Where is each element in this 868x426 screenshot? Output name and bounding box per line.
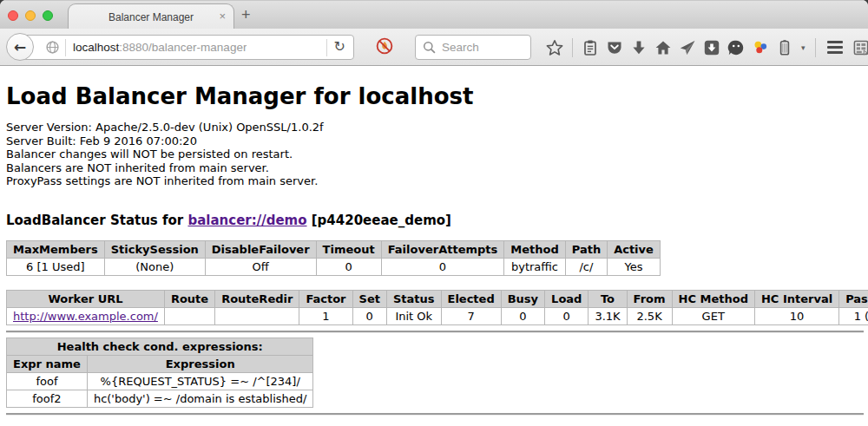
col-load: Load	[545, 290, 589, 307]
browser-window: Balancer Manager × + ← localhost:8880/ba…	[0, 0, 868, 426]
balancer-status-heading: LoadBalancer Status for balancer://demo …	[6, 213, 868, 228]
cell-expression-foof: %{REQUEST_STATUS} =~ /^[234]/	[87, 372, 313, 390]
server-version-line: Server Version: Apache/2.5.0-dev (Unix) …	[6, 121, 868, 134]
flashblock-icon[interactable]	[376, 37, 393, 55]
download-icon[interactable]	[630, 39, 648, 56]
urlbar-divider	[65, 39, 66, 56]
col-expression: Expression	[87, 355, 313, 372]
cell-worker-url: http://www.example.com/	[7, 307, 165, 324]
page-title: Load Balancer Manager for localhost	[6, 83, 868, 109]
back-button[interactable]: ←	[6, 33, 34, 61]
col-method: Method	[504, 240, 565, 258]
cell-status: Init Ok	[386, 307, 441, 324]
cell-maxmembers: 6 [1 Used]	[7, 258, 105, 275]
col-status: Status	[386, 290, 441, 307]
health-table-title: Health check cond. expressions:	[7, 338, 313, 355]
cell-timeout: 0	[316, 258, 381, 275]
cell-routeredir	[215, 307, 299, 324]
toolbar-actions: ▾	[546, 35, 868, 60]
bottom-divider	[6, 413, 864, 416]
cell-failoverattempts: 0	[381, 258, 504, 275]
extension-grid-icon[interactable]	[852, 39, 868, 56]
battery-icon[interactable]	[776, 39, 793, 56]
cell-factor: 1	[299, 307, 352, 324]
window-controls	[8, 10, 53, 21]
cell-hc-interval: 10	[754, 307, 838, 324]
col-set: Set	[352, 290, 386, 307]
menu-button[interactable]	[825, 41, 845, 54]
cell-expr-name-foof: foof	[7, 372, 88, 390]
health-title-row: Health check cond. expressions:	[7, 338, 313, 355]
close-window-button[interactable]	[8, 10, 18, 21]
new-tab-button[interactable]: +	[241, 6, 251, 24]
url-bar[interactable]: localhost:8880/balancer-manager ↻	[22, 35, 354, 60]
col-busy: Busy	[501, 290, 544, 307]
status-heading-prefix: LoadBalancer Status for	[6, 213, 187, 228]
col-failoverattempts: FailoverAttempts	[381, 240, 504, 258]
balancer-settings-table: MaxMembers StickySession DisableFailover…	[6, 240, 661, 276]
col-path: Path	[565, 240, 607, 258]
cell-route	[164, 307, 214, 324]
status-heading-suffix: [p4420eeae_demo]	[307, 213, 451, 228]
server-info: Server Version: Apache/2.5.0-dev (Unix) …	[6, 121, 868, 188]
cell-disablefailover: Off	[205, 258, 316, 275]
search-input[interactable]	[442, 41, 525, 54]
col-maxmembers: MaxMembers	[7, 240, 105, 258]
minimize-window-button[interactable]	[25, 10, 36, 21]
col-hc-method: HC Method	[672, 290, 754, 307]
clipboard-icon[interactable]	[582, 39, 599, 56]
proxypass-note-line: ProxyPass settings are NOT inherited fro…	[6, 174, 868, 188]
cell-hc-method: GET	[672, 307, 754, 324]
toolbar-divider	[572, 38, 573, 57]
cell-method: bytraffic	[504, 258, 565, 275]
col-stickysession: StickySession	[104, 240, 205, 258]
smiley-icon[interactable]	[727, 39, 745, 56]
col-disablefailover: DisableFailover	[205, 240, 316, 258]
balancer-demo-link[interactable]: balancer://demo	[187, 213, 306, 228]
reload-area: ↻	[326, 36, 353, 59]
cell-path: /c/	[565, 258, 607, 275]
tab-title: Balancer Manager	[108, 11, 194, 23]
cell-busy: 0	[501, 307, 544, 324]
col-routeredir: RouteRedir	[215, 290, 299, 307]
col-factor: Factor	[299, 290, 352, 307]
health-check-table: Health check cond. expressions: Expr nam…	[6, 338, 313, 408]
balancers-note-line: Balancers are NOT inherited from main se…	[6, 161, 868, 175]
cell-elected: 7	[441, 307, 501, 324]
col-route: Route	[164, 290, 214, 307]
col-timeout: Timeout	[316, 240, 381, 258]
cell-active: Yes	[608, 258, 661, 275]
home-icon[interactable]	[654, 39, 672, 56]
tab-balancer-manager[interactable]: Balancer Manager ×	[68, 3, 234, 29]
worker-header-row: Worker URL Route RouteRedir Factor Set S…	[7, 290, 868, 307]
url-host: localhost	[73, 41, 119, 54]
tab-close-icon[interactable]: ×	[219, 10, 226, 23]
reload-icon[interactable]: ↻	[327, 38, 353, 56]
arrow-box-icon[interactable]	[703, 39, 720, 56]
cell-expression-foof2: hc('body') =~ /domain is established/	[87, 390, 313, 407]
pocket-icon[interactable]	[606, 39, 623, 56]
overflow-caret-icon[interactable]: ▾	[801, 43, 806, 52]
balancer-header-row: MaxMembers StickySession DisableFailover…	[7, 240, 661, 258]
search-bar[interactable]	[415, 35, 531, 60]
colored-dots-icon[interactable]	[752, 39, 769, 56]
worker-url-link[interactable]: http://www.example.com/	[13, 310, 158, 323]
url-text[interactable]: localhost:8880/balancer-manager	[73, 41, 247, 54]
worker-table: Worker URL Route RouteRedir Factor Set S…	[6, 290, 868, 325]
health-header-row: Expr name Expression	[7, 355, 313, 372]
cell-passes: 1 (0)	[839, 307, 868, 324]
bookmark-star-icon[interactable]	[546, 39, 563, 56]
globe-icon	[46, 41, 59, 54]
send-plane-icon[interactable]	[679, 39, 696, 56]
zoom-window-button[interactable]	[43, 10, 53, 21]
navigation-toolbar: ← localhost:8880/balancer-manager ↻	[0, 29, 868, 66]
cell-to: 3.1K	[589, 307, 627, 324]
server-built-line: Server Built: Feb 9 2016 07:00:20	[6, 134, 868, 148]
col-hc-interval: HC Interval	[754, 290, 838, 307]
url-path: :8880/balancer-manager	[119, 41, 247, 54]
cell-set: 0	[352, 307, 386, 324]
page-content: Load Balancer Manager for localhost Serv…	[0, 66, 868, 425]
cell-stickysession: (None)	[104, 258, 205, 275]
balancer-data-row: 6 [1 Used] (None) Off 0 0 bytraffic /c/ …	[7, 258, 661, 275]
col-worker-url: Worker URL	[7, 290, 165, 307]
